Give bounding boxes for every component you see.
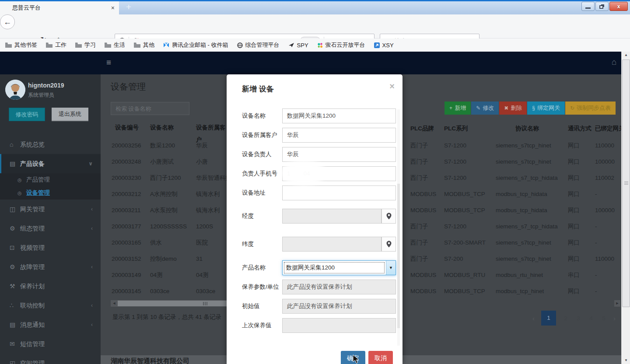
scroll-left-icon[interactable]: ◄ (112, 300, 117, 307)
browser-scrollbar[interactable]: ▲ ▼ (621, 52, 630, 364)
bookmark-item[interactable]: 腾讯企业邮箱 - 收件箱 (163, 41, 228, 49)
field-input[interactable]: 华辰 (282, 128, 396, 143)
table-row[interactable]: 200003212A水闸控制镇海水利 (101, 186, 227, 202)
modal-scrollbar[interactable] (397, 109, 400, 346)
page-number[interactable]: 3 (575, 315, 581, 322)
sidebar-item-保养计划[interactable]: ⚒保养计划 (0, 276, 101, 296)
bookmark-item[interactable]: 萤石云开放平台 (317, 41, 365, 49)
sidebar-item-故障管理[interactable]: ⚙故障管理‹ (0, 257, 101, 276)
sidebar-item-联动控制[interactable]: ∴联动控制‹ (0, 296, 101, 315)
table-row[interactable]: 西门子S7-200siemens_s7tcp_hinet网口110000 (402, 251, 621, 267)
field-input[interactable] (282, 186, 396, 200)
modal-form: 设备名称数据网关采集1200设备所属客户华辰设备负责人华辰负责人手机号104设备… (227, 108, 402, 337)
table-row[interactable]: MODBUSMODBUS_TCPmodbus_tcp_hidata网口- (402, 186, 621, 202)
sidebar-item-系统总览[interactable]: ⌂系统总览 (0, 135, 101, 154)
sidebar-item-网关管理[interactable]: ◫网关管理‹ (0, 200, 101, 219)
table-row[interactable]: 西门子S7-1200siemens_s7_tcp_hidata网口110002 (402, 170, 621, 186)
product-select[interactable]: 数据网关采集1200▼ (282, 260, 396, 275)
user-role: 系统管理员 (28, 91, 54, 99)
page-number[interactable]: 5 (601, 315, 607, 322)
scroll-up-icon[interactable]: ▲ (622, 52, 630, 59)
scroll-right-icon[interactable]: ► (614, 300, 620, 307)
table-row[interactable]: 西门子S7-200-SMARTsiemens_s7tcp_hinet网口- (402, 234, 621, 251)
sidebar-item-消息通知[interactable]: ▤消息通知‹ (0, 315, 101, 334)
table-row[interactable]: 200003165供水医院 (101, 234, 227, 251)
table-row[interactable]: 200003248小唐测试小唐 (101, 154, 227, 170)
field-input[interactable]: 华辰 (282, 147, 396, 162)
table-row[interactable]: 西门子S7-1200siemens_s7tcp_hinet网口110000 (402, 137, 621, 154)
sidebar-item-label: 产品设备 (20, 160, 45, 167)
bookmark-label: 萤石云开放平台 (326, 41, 365, 49)
table-row[interactable]: 200003152控制demo31 (101, 251, 227, 267)
back-button[interactable]: ← (0, 14, 15, 29)
field-input[interactable] (282, 318, 396, 333)
page-next-icon[interactable]: › (613, 315, 616, 322)
bookmark-item[interactable]: SPY (288, 42, 308, 49)
sidebar-item-label: 联动控制 (20, 302, 45, 309)
field-input[interactable]: 此产品没有设置保养计划 (282, 280, 396, 294)
table-row[interactable]: MODBUSMODBUS_TCPmodbus_tcp_hidata网口10000… (402, 202, 621, 218)
plus-action-button[interactable]: +新增 (444, 102, 471, 115)
logout-button[interactable]: 退出系统 (52, 108, 88, 121)
page-number[interactable]: 2 (563, 315, 569, 322)
table-row[interactable]: 200003230西门子1200华辰智通科技 (101, 170, 227, 186)
browser-scrollbar-thumb[interactable] (622, 60, 630, 307)
sidebar-item-视频管理[interactable]: ⊡视频管理 (0, 238, 101, 257)
change-password-button[interactable]: 修改密码 (9, 108, 45, 121)
page-prev-icon[interactable]: ‹ (532, 315, 535, 322)
sidebar-item-组态管理[interactable]: ⚙组态管理‹ (0, 219, 101, 238)
modal-close-icon[interactable]: × (389, 81, 395, 91)
modal-footer: 确定 取消 (341, 351, 393, 364)
chevron-down-icon[interactable]: ▼ (386, 261, 396, 275)
topbar-home-icon[interactable]: ⌂ (612, 57, 616, 67)
scroll-down-icon[interactable]: ▼ (622, 357, 630, 364)
cross-action-button[interactable]: ✖删除 (499, 102, 527, 115)
sidebar-item-产品设备[interactable]: ▤产品设备∨ (0, 154, 101, 173)
table-row[interactable]: MODBUSMODBUS_RTUmodbus_rtu_hinet串口- (402, 267, 621, 283)
table-row[interactable]: 西门子S7-1200siemens_s7_tcp_hidata网口- (402, 218, 621, 234)
bookmark-item[interactable]: 生活 (105, 41, 125, 49)
cell: modbus_tcp_hidata (496, 202, 547, 218)
restore-button[interactable] (595, 2, 609, 11)
bookmark-item[interactable]: 综合管理平台 (237, 41, 280, 49)
table-row[interactable]: MODBUSMODBUS_TCPmodbus_tcp_hinet网口- (402, 283, 621, 299)
device-search-input[interactable] (111, 102, 189, 115)
table-row[interactable]: 20000314904测04测 (101, 267, 227, 283)
map-pin-button[interactable] (382, 237, 396, 252)
close-button[interactable]: x (609, 2, 628, 11)
table-row[interactable]: 2000031771200SSSSSS1200S (101, 218, 227, 234)
new-tab-button[interactable]: + (126, 2, 131, 12)
folder-icon (5, 42, 12, 48)
field-input[interactable] (282, 237, 382, 252)
bookmark-item[interactable]: 其他书签 (5, 41, 37, 49)
tab-close-icon[interactable]: × (111, 4, 115, 11)
scrollbar-thumb[interactable] (118, 301, 227, 306)
browser-tab[interactable]: 思普云平台 × (0, 1, 119, 14)
sidebar-item-设备管理[interactable]: ◎设备管理 (0, 186, 101, 200)
map-pin-button[interactable] (382, 209, 396, 224)
cancel-button[interactable]: 取消 (368, 351, 393, 364)
sidebar-item-短信管理[interactable]: ✉短信管理 (0, 334, 101, 354)
table-row[interactable]: 西门子S7-1200siemens_s7tcp_hinet网口100000 (402, 154, 621, 170)
bookmark-item[interactable]: 其他 (134, 41, 154, 49)
sidebar-collapse-icon[interactable]: ≡ (106, 58, 111, 67)
pencil-action-button[interactable]: ✎修改 (471, 102, 499, 115)
page-number[interactable]: 1 (541, 311, 556, 326)
sync-action-button[interactable]: ↻强制同步点表 (565, 102, 616, 115)
message-icon: ▤ (10, 315, 20, 334)
field-input[interactable]: 此产品没有设置保养计划 (282, 299, 396, 314)
table-row[interactable]: 2000031450303ce0303ce (101, 283, 227, 299)
field-input[interactable]: 数据网关采集1200 (282, 108, 396, 123)
table-row[interactable]: 200003211A水泵控制镇海水利 (101, 202, 227, 218)
bookmark-item[interactable]: XSY (374, 42, 394, 49)
bookmark-item[interactable]: 学习 (75, 41, 96, 49)
page-number[interactable]: 4 (588, 315, 594, 322)
minimize-button[interactable] (581, 2, 595, 11)
table-row[interactable]: 200003256数采1200华辰 (101, 137, 227, 154)
sidebar-item-空间管理[interactable]: ◰空间管理 (0, 354, 101, 364)
horizontal-scrollbar[interactable]: ◄ (111, 300, 227, 307)
bookmark-item[interactable]: 工作 (46, 41, 66, 49)
link-action-button[interactable]: §绑定网关 (527, 102, 565, 115)
sidebar-item-产品管理[interactable]: ◎产品管理 (0, 173, 101, 186)
field-input[interactable] (282, 209, 382, 224)
